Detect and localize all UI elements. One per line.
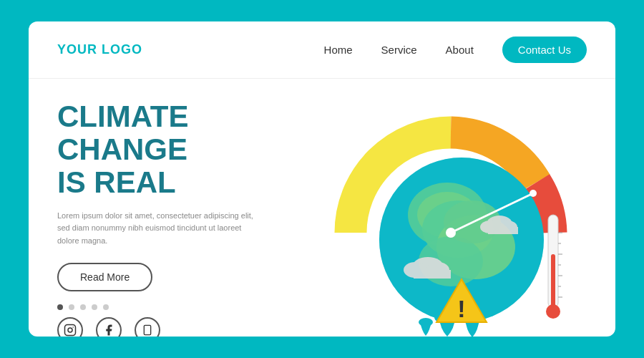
svg-point-29 [530,190,537,197]
mobile-icon[interactable] [135,317,160,337]
nav-service[interactable]: Service [381,44,417,56]
main-content: CLIMATE CHANGE IS REAL Lorem ipsum dolor… [29,79,615,337]
social-icons [57,317,315,337]
nav-contact[interactable]: Contact Us [502,37,587,63]
facebook-icon[interactable] [96,317,122,337]
hero-headline: CLIMATE CHANGE IS REAL [57,100,315,200]
dot-3[interactable] [80,304,86,310]
nav-home[interactable]: Home [324,44,353,56]
svg-point-28 [446,228,456,238]
hero-illustration: ! [315,100,587,337]
main-card: YOUR LOGO Home Service About Contact Us … [29,21,615,337]
svg-rect-26 [488,227,518,234]
climate-illustration: ! [322,90,580,337]
svg-rect-31 [551,254,555,308]
hero-left: CLIMATE CHANGE IS REAL Lorem ipsum dolor… [57,100,315,337]
logo: YOUR LOGO [57,42,142,57]
dot-5[interactable] [103,304,109,310]
dot-1[interactable] [57,304,63,310]
svg-point-32 [546,304,560,319]
read-more-button[interactable]: Read More [57,263,152,291]
nav-about[interactable]: About [446,44,474,56]
svg-rect-0 [65,325,76,336]
navigation: Home Service About Contact Us [324,37,587,63]
svg-point-1 [68,328,72,332]
dot-2[interactable] [69,304,74,310]
svg-point-2 [72,326,74,328]
svg-rect-22 [414,270,451,279]
instagram-icon[interactable] [57,317,83,337]
svg-text:!: ! [457,295,465,322]
hero-subtext: Lorem ipsum dolor sit amet, consectetuer… [57,210,258,248]
header: YOUR LOGO Home Service About Contact Us [29,21,615,79]
carousel-dots [57,304,315,310]
dot-4[interactable] [92,304,97,310]
